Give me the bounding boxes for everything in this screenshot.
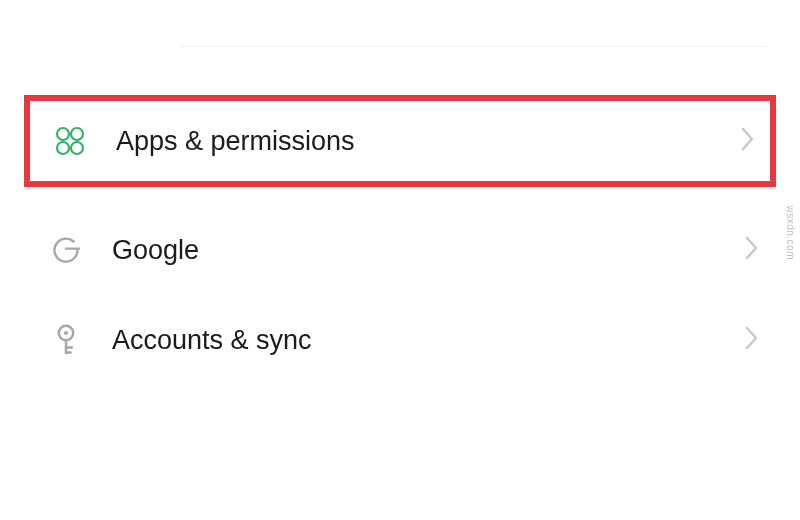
- settings-item-label: Google: [112, 235, 744, 266]
- settings-list: Apps & permissions Google: [0, 0, 800, 385]
- key-icon: [48, 322, 84, 358]
- settings-item-apps-permissions[interactable]: Apps & permissions: [24, 95, 776, 187]
- chevron-right-icon: [744, 235, 760, 265]
- settings-item-accounts-sync[interactable]: Accounts & sync: [0, 295, 800, 385]
- chevron-right-icon: [740, 126, 756, 156]
- watermark-text: wsxdn.com: [785, 205, 796, 260]
- chevron-right-icon: [744, 325, 760, 355]
- settings-item-label: Accounts & sync: [112, 325, 744, 356]
- settings-item-label: Apps & permissions: [116, 126, 740, 157]
- settings-item-google[interactable]: Google: [0, 205, 800, 295]
- svg-point-0: [57, 128, 69, 140]
- svg-point-2: [57, 142, 69, 154]
- google-icon: [48, 232, 84, 268]
- svg-point-3: [71, 142, 83, 154]
- svg-point-5: [64, 331, 68, 335]
- svg-point-1: [71, 128, 83, 140]
- apps-icon: [52, 123, 88, 159]
- section-divider: [180, 46, 766, 47]
